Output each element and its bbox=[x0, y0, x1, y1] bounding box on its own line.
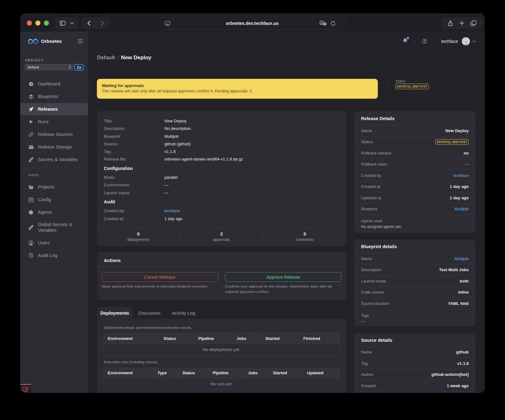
svg-text:A: A bbox=[321, 21, 323, 24]
svg-text:文: 文 bbox=[324, 23, 326, 26]
